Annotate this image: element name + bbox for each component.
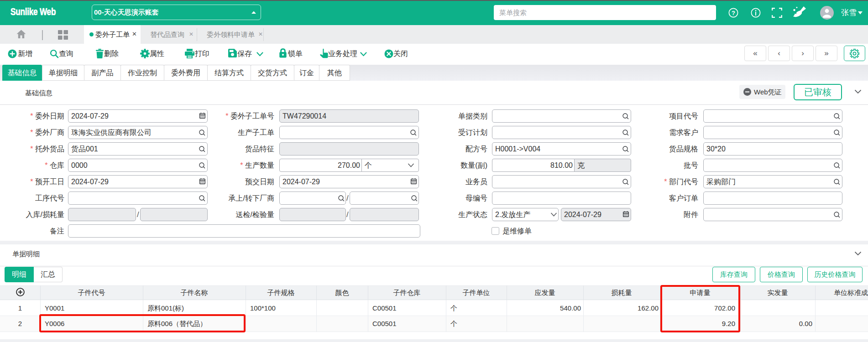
svg-text:?: ?	[732, 10, 735, 16]
